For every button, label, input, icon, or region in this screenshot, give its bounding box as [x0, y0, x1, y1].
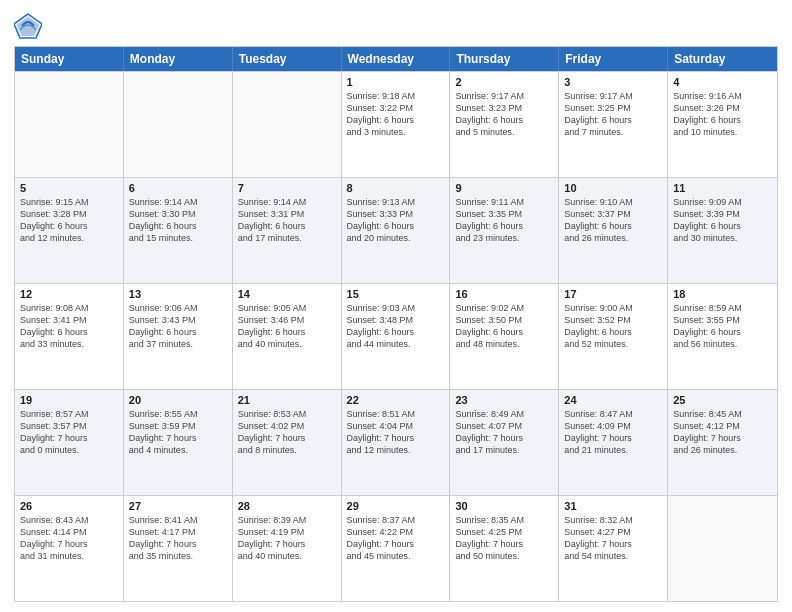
logo-icon: [14, 12, 42, 40]
header-day-wednesday: Wednesday: [342, 47, 451, 71]
calendar-cell: 9Sunrise: 9:11 AM Sunset: 3:35 PM Daylig…: [450, 178, 559, 283]
day-info: Sunrise: 8:57 AM Sunset: 3:57 PM Dayligh…: [20, 408, 118, 457]
calendar-cell: [668, 496, 777, 601]
day-number: 18: [673, 288, 772, 300]
header-day-saturday: Saturday: [668, 47, 777, 71]
calendar-cell: 10Sunrise: 9:10 AM Sunset: 3:37 PM Dayli…: [559, 178, 668, 283]
day-info: Sunrise: 8:37 AM Sunset: 4:22 PM Dayligh…: [347, 514, 445, 563]
calendar-cell: 18Sunrise: 8:59 AM Sunset: 3:55 PM Dayli…: [668, 284, 777, 389]
header-day-thursday: Thursday: [450, 47, 559, 71]
header-day-friday: Friday: [559, 47, 668, 71]
day-number: 21: [238, 394, 336, 406]
header-day-monday: Monday: [124, 47, 233, 71]
calendar-cell: 29Sunrise: 8:37 AM Sunset: 4:22 PM Dayli…: [342, 496, 451, 601]
calendar-cell: 31Sunrise: 8:32 AM Sunset: 4:27 PM Dayli…: [559, 496, 668, 601]
day-number: 19: [20, 394, 118, 406]
calendar-cell: 11Sunrise: 9:09 AM Sunset: 3:39 PM Dayli…: [668, 178, 777, 283]
calendar-cell: 27Sunrise: 8:41 AM Sunset: 4:17 PM Dayli…: [124, 496, 233, 601]
day-number: 4: [673, 76, 772, 88]
calendar-cell: 25Sunrise: 8:45 AM Sunset: 4:12 PM Dayli…: [668, 390, 777, 495]
day-info: Sunrise: 9:17 AM Sunset: 3:25 PM Dayligh…: [564, 90, 662, 139]
calendar-row-2: 12Sunrise: 9:08 AM Sunset: 3:41 PM Dayli…: [15, 283, 777, 389]
calendar-header: SundayMondayTuesdayWednesdayThursdayFrid…: [15, 47, 777, 71]
calendar-cell: 1Sunrise: 9:18 AM Sunset: 3:22 PM Daylig…: [342, 72, 451, 177]
day-info: Sunrise: 8:43 AM Sunset: 4:14 PM Dayligh…: [20, 514, 118, 563]
day-number: 15: [347, 288, 445, 300]
calendar-cell: [15, 72, 124, 177]
calendar-cell: 16Sunrise: 9:02 AM Sunset: 3:50 PM Dayli…: [450, 284, 559, 389]
calendar-cell: [233, 72, 342, 177]
day-number: 3: [564, 76, 662, 88]
day-number: 31: [564, 500, 662, 512]
day-number: 17: [564, 288, 662, 300]
day-info: Sunrise: 9:03 AM Sunset: 3:48 PM Dayligh…: [347, 302, 445, 351]
day-number: 5: [20, 182, 118, 194]
day-number: 9: [455, 182, 553, 194]
day-info: Sunrise: 9:06 AM Sunset: 3:43 PM Dayligh…: [129, 302, 227, 351]
calendar-row-4: 26Sunrise: 8:43 AM Sunset: 4:14 PM Dayli…: [15, 495, 777, 601]
calendar-cell: 17Sunrise: 9:00 AM Sunset: 3:52 PM Dayli…: [559, 284, 668, 389]
calendar-cell: 2Sunrise: 9:17 AM Sunset: 3:23 PM Daylig…: [450, 72, 559, 177]
calendar-body: 1Sunrise: 9:18 AM Sunset: 3:22 PM Daylig…: [15, 71, 777, 601]
day-info: Sunrise: 9:18 AM Sunset: 3:22 PM Dayligh…: [347, 90, 445, 139]
header: [14, 10, 778, 40]
calendar-cell: 5Sunrise: 9:15 AM Sunset: 3:28 PM Daylig…: [15, 178, 124, 283]
day-number: 27: [129, 500, 227, 512]
day-info: Sunrise: 9:16 AM Sunset: 3:26 PM Dayligh…: [673, 90, 772, 139]
day-number: 20: [129, 394, 227, 406]
calendar-cell: 24Sunrise: 8:47 AM Sunset: 4:09 PM Dayli…: [559, 390, 668, 495]
day-number: 22: [347, 394, 445, 406]
day-info: Sunrise: 8:39 AM Sunset: 4:19 PM Dayligh…: [238, 514, 336, 563]
day-info: Sunrise: 8:45 AM Sunset: 4:12 PM Dayligh…: [673, 408, 772, 457]
header-day-tuesday: Tuesday: [233, 47, 342, 71]
day-info: Sunrise: 8:53 AM Sunset: 4:02 PM Dayligh…: [238, 408, 336, 457]
calendar-row-0: 1Sunrise: 9:18 AM Sunset: 3:22 PM Daylig…: [15, 71, 777, 177]
day-number: 14: [238, 288, 336, 300]
day-info: Sunrise: 9:08 AM Sunset: 3:41 PM Dayligh…: [20, 302, 118, 351]
calendar-cell: 12Sunrise: 9:08 AM Sunset: 3:41 PM Dayli…: [15, 284, 124, 389]
day-number: 28: [238, 500, 336, 512]
day-number: 7: [238, 182, 336, 194]
calendar-cell: 26Sunrise: 8:43 AM Sunset: 4:14 PM Dayli…: [15, 496, 124, 601]
day-info: Sunrise: 8:32 AM Sunset: 4:27 PM Dayligh…: [564, 514, 662, 563]
day-number: 26: [20, 500, 118, 512]
day-info: Sunrise: 9:11 AM Sunset: 3:35 PM Dayligh…: [455, 196, 553, 245]
day-info: Sunrise: 8:47 AM Sunset: 4:09 PM Dayligh…: [564, 408, 662, 457]
day-info: Sunrise: 8:59 AM Sunset: 3:55 PM Dayligh…: [673, 302, 772, 351]
day-info: Sunrise: 9:10 AM Sunset: 3:37 PM Dayligh…: [564, 196, 662, 245]
day-number: 2: [455, 76, 553, 88]
day-number: 13: [129, 288, 227, 300]
day-info: Sunrise: 9:14 AM Sunset: 3:30 PM Dayligh…: [129, 196, 227, 245]
logo: [14, 10, 46, 40]
calendar-cell: 13Sunrise: 9:06 AM Sunset: 3:43 PM Dayli…: [124, 284, 233, 389]
day-number: 11: [673, 182, 772, 194]
calendar-cell: 14Sunrise: 9:05 AM Sunset: 3:46 PM Dayli…: [233, 284, 342, 389]
day-number: 1: [347, 76, 445, 88]
day-number: 12: [20, 288, 118, 300]
day-info: Sunrise: 9:09 AM Sunset: 3:39 PM Dayligh…: [673, 196, 772, 245]
day-info: Sunrise: 8:55 AM Sunset: 3:59 PM Dayligh…: [129, 408, 227, 457]
header-day-sunday: Sunday: [15, 47, 124, 71]
calendar-cell: 7Sunrise: 9:14 AM Sunset: 3:31 PM Daylig…: [233, 178, 342, 283]
day-info: Sunrise: 9:17 AM Sunset: 3:23 PM Dayligh…: [455, 90, 553, 139]
day-number: 16: [455, 288, 553, 300]
day-number: 30: [455, 500, 553, 512]
calendar-cell: 3Sunrise: 9:17 AM Sunset: 3:25 PM Daylig…: [559, 72, 668, 177]
day-number: 24: [564, 394, 662, 406]
day-number: 6: [129, 182, 227, 194]
day-info: Sunrise: 8:35 AM Sunset: 4:25 PM Dayligh…: [455, 514, 553, 563]
calendar-row-3: 19Sunrise: 8:57 AM Sunset: 3:57 PM Dayli…: [15, 389, 777, 495]
day-number: 25: [673, 394, 772, 406]
calendar: SundayMondayTuesdayWednesdayThursdayFrid…: [14, 46, 778, 602]
calendar-cell: 19Sunrise: 8:57 AM Sunset: 3:57 PM Dayli…: [15, 390, 124, 495]
calendar-cell: 20Sunrise: 8:55 AM Sunset: 3:59 PM Dayli…: [124, 390, 233, 495]
calendar-cell: 28Sunrise: 8:39 AM Sunset: 4:19 PM Dayli…: [233, 496, 342, 601]
page: SundayMondayTuesdayWednesdayThursdayFrid…: [0, 0, 792, 612]
day-info: Sunrise: 8:51 AM Sunset: 4:04 PM Dayligh…: [347, 408, 445, 457]
day-number: 10: [564, 182, 662, 194]
calendar-cell: 8Sunrise: 9:13 AM Sunset: 3:33 PM Daylig…: [342, 178, 451, 283]
calendar-cell: 21Sunrise: 8:53 AM Sunset: 4:02 PM Dayli…: [233, 390, 342, 495]
calendar-cell: 30Sunrise: 8:35 AM Sunset: 4:25 PM Dayli…: [450, 496, 559, 601]
day-info: Sunrise: 8:41 AM Sunset: 4:17 PM Dayligh…: [129, 514, 227, 563]
calendar-cell: 15Sunrise: 9:03 AM Sunset: 3:48 PM Dayli…: [342, 284, 451, 389]
